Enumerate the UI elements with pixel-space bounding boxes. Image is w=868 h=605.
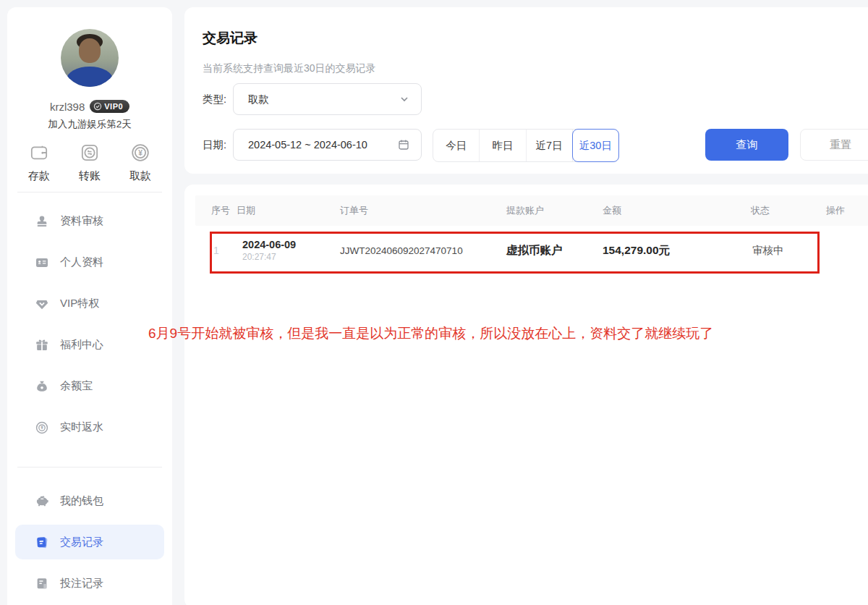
- row-order-no: JJWT202406092027470710: [340, 226, 463, 275]
- type-label: 类型:: [203, 93, 226, 106]
- range-today-button[interactable]: 今日: [433, 130, 480, 161]
- join-days-text: 加入九游娱乐第2天: [7, 118, 172, 131]
- user-row: krzl398 VIP0: [7, 100, 172, 113]
- range-yesterday-button[interactable]: 昨日: [480, 130, 526, 161]
- withdraw-icon: ¥: [129, 141, 152, 164]
- sidebar-divider-bottom: [17, 467, 162, 468]
- row-index: 1: [213, 226, 219, 275]
- username: krzl398: [50, 101, 85, 113]
- row-time-value: 20:27:47: [242, 252, 276, 262]
- avatar[interactable]: [61, 29, 119, 87]
- deposit-button[interactable]: 存款: [27, 141, 51, 183]
- sidebar-item-my-wallet[interactable]: 我的钱包: [15, 483, 164, 518]
- search-button[interactable]: 查询: [705, 129, 788, 161]
- type-select[interactable]: 取款: [233, 83, 422, 115]
- date-range-value: 2024-05-12 ~ 2024-06-10: [248, 139, 398, 151]
- records-table: 序号 日期 订单号 提款账户 金额 状态 操作 1 2024-06-09 20:…: [184, 185, 868, 605]
- id-card-icon: [35, 255, 49, 270]
- date-quick-ranges: 今日 昨日 近7日 近30日: [433, 129, 619, 162]
- row-amount: 154,279.00元: [603, 226, 670, 275]
- sidebar-menu-bottom: 我的钱包 交易记录 投注记录: [7, 483, 172, 605]
- avatar-jersey: [67, 67, 113, 87]
- menu-label: 投注记录: [60, 577, 103, 591]
- menu-label: 资料审核: [60, 214, 103, 228]
- svg-text:¥: ¥: [41, 425, 43, 430]
- sidebar: krzl398 VIP0 加入九游娱乐第2天 存款 转: [7, 7, 172, 605]
- deposit-wallet-icon: [27, 141, 51, 164]
- vip-badge-label: VIP0: [104, 102, 123, 111]
- rebate-icon: ¥: [35, 420, 49, 435]
- sidebar-item-realtime-rebate[interactable]: ¥ 实时返水: [7, 407, 172, 448]
- sidebar-item-personal-info[interactable]: 个人资料: [7, 242, 172, 283]
- vip-badge[interactable]: VIP0: [90, 100, 129, 113]
- range-7days-button[interactable]: 近7日: [527, 130, 573, 161]
- page-title: 交易记录: [203, 29, 258, 48]
- col-order-header: 订单号: [340, 195, 368, 226]
- transfer-icon: [78, 141, 101, 164]
- vip-diamond-icon: [35, 297, 49, 311]
- svg-text:¥: ¥: [138, 149, 142, 157]
- menu-label: 交易记录: [60, 536, 103, 549]
- menu-label: 我的钱包: [60, 494, 103, 508]
- row-account: 虚拟币账户: [506, 226, 563, 275]
- avatar-face: [79, 38, 101, 63]
- menu-label: 个人资料: [60, 255, 103, 269]
- handwritten-annotation: 6月9号开始就被审核，但是我一直是以为正常的审核，所以没放在心上，资料交了就继续…: [148, 324, 828, 343]
- col-index-header: 序号: [211, 195, 230, 226]
- row-status: 审核中: [752, 226, 784, 275]
- sidebar-item-betting-records[interactable]: 投注记录: [15, 566, 164, 601]
- type-select-value: 取款: [248, 93, 399, 106]
- row-date: 2024-06-09 20:27:47: [242, 226, 296, 275]
- reset-button[interactable]: 重置: [800, 129, 868, 161]
- gift-icon: [35, 338, 49, 352]
- quick-actions: 存款 转账 ¥ 取款: [7, 141, 172, 183]
- date-label: 日期:: [203, 138, 226, 152]
- menu-label: VIP特权: [60, 297, 99, 310]
- deposit-label: 存款: [28, 169, 50, 183]
- sidebar-item-welfare-center[interactable]: 福利中心: [7, 324, 172, 365]
- range-30days-button[interactable]: 近30日: [572, 129, 619, 162]
- sidebar-menu-top: 资料审核 个人资料 VIP特权: [7, 200, 172, 448]
- money-bag-icon: [35, 379, 49, 394]
- withdraw-button[interactable]: ¥ 取款: [129, 141, 152, 183]
- sidebar-item-vip-privileges[interactable]: VIP特权: [7, 283, 172, 324]
- table-header: 序号 日期 订单号 提款账户 金额 状态 操作: [195, 195, 868, 226]
- col-amount-header: 金额: [603, 195, 621, 226]
- page-subtitle: 当前系统支持查询最近30日的交易记录: [203, 62, 376, 75]
- sidebar-item-profile-review[interactable]: 资料审核: [7, 200, 172, 242]
- vip-shield-icon: [93, 102, 102, 111]
- menu-label: 实时返水: [60, 420, 103, 434]
- transfer-label: 转账: [79, 169, 101, 183]
- col-account-header: 提款账户: [506, 195, 544, 226]
- date-range-input[interactable]: 2024-05-12 ~ 2024-06-10: [233, 129, 422, 161]
- piggy-bank-icon: [35, 494, 49, 508]
- row-date-value: 2024-06-09: [242, 239, 296, 250]
- transfer-button[interactable]: 转账: [78, 141, 101, 183]
- filter-panel: 交易记录 当前系统支持查询最近30日的交易记录 类型: 取款 日期: 2024-…: [184, 7, 868, 174]
- stamp-icon: [35, 214, 49, 229]
- withdraw-label: 取款: [129, 169, 151, 183]
- col-action-header: 操作: [826, 195, 845, 226]
- table-row: 1 2024-06-09 20:27:47 JJWT20240609202747…: [195, 226, 868, 275]
- sidebar-item-transaction-records[interactable]: 交易记录: [15, 525, 164, 559]
- menu-label: 余额宝: [60, 379, 93, 393]
- sidebar-divider-top: [17, 192, 162, 192]
- col-date-header: 日期: [237, 195, 255, 226]
- notebook-icon: [35, 576, 49, 591]
- chevron-down-icon: [399, 94, 409, 104]
- menu-label: 福利中心: [60, 338, 103, 352]
- col-status-header: 状态: [751, 195, 770, 226]
- calendar-icon: [398, 139, 409, 151]
- clipboard-icon: [35, 535, 49, 549]
- sidebar-item-yuebao[interactable]: 余额宝: [7, 365, 172, 407]
